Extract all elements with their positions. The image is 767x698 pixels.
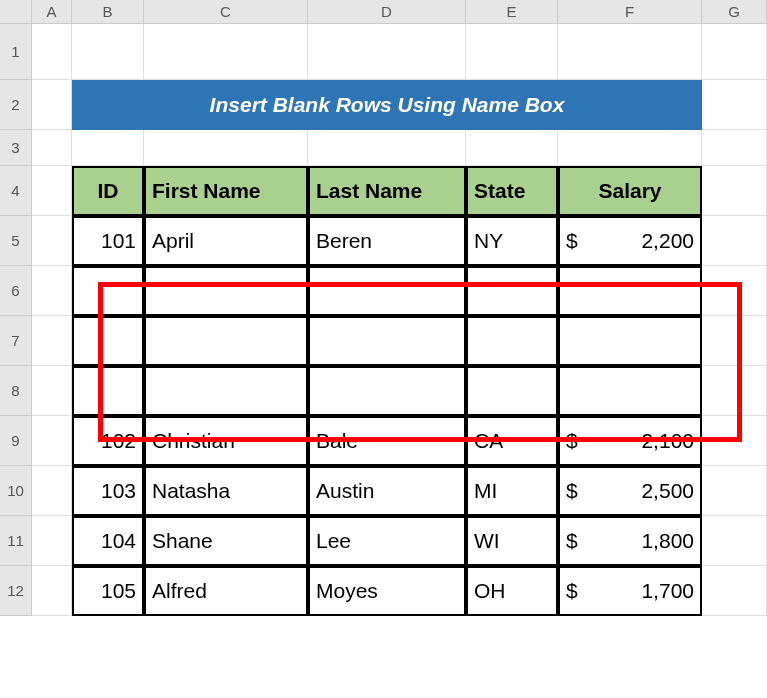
cell-F5[interactable]: $2,200: [558, 216, 702, 266]
cell-G9[interactable]: [702, 416, 767, 466]
cell-G2[interactable]: [702, 80, 767, 130]
cell-E3[interactable]: [466, 130, 558, 166]
cell-C5[interactable]: April: [144, 216, 308, 266]
cell-B11[interactable]: 104: [72, 516, 144, 566]
cell-D9[interactable]: Bale: [308, 416, 466, 466]
cell-B3[interactable]: [72, 130, 144, 166]
cell-A9[interactable]: [32, 416, 72, 466]
col-header-g[interactable]: G: [702, 0, 767, 24]
col-header-c[interactable]: C: [144, 0, 308, 24]
cell-E5[interactable]: NY: [466, 216, 558, 266]
cell-F10[interactable]: $2,500: [558, 466, 702, 516]
cell-C9[interactable]: Christian: [144, 416, 308, 466]
cell-D12[interactable]: Moyes: [308, 566, 466, 616]
col-header-e[interactable]: E: [466, 0, 558, 24]
cell-E12[interactable]: OH: [466, 566, 558, 616]
row-header-6[interactable]: 6: [0, 266, 32, 316]
cell-G8[interactable]: [702, 366, 767, 416]
col-header-b[interactable]: B: [72, 0, 144, 24]
cell-B5[interactable]: 101: [72, 216, 144, 266]
row-header-12[interactable]: 12: [0, 566, 32, 616]
title-cell[interactable]: Insert Blank Rows Using Name Box: [72, 80, 702, 130]
cell-C3[interactable]: [144, 130, 308, 166]
cell-C6[interactable]: [144, 266, 308, 316]
cell-B1[interactable]: [72, 24, 144, 80]
cell-D7[interactable]: [308, 316, 466, 366]
cell-A12[interactable]: [32, 566, 72, 616]
row-header-9[interactable]: 9: [0, 416, 32, 466]
cell-G1[interactable]: [702, 24, 767, 80]
row-header-2[interactable]: 2: [0, 80, 32, 130]
header-salary[interactable]: Salary: [558, 166, 702, 216]
cell-E6[interactable]: [466, 266, 558, 316]
cell-F8[interactable]: [558, 366, 702, 416]
cell-D11[interactable]: Lee: [308, 516, 466, 566]
cell-C10[interactable]: Natasha: [144, 466, 308, 516]
cell-F11[interactable]: $1,800: [558, 516, 702, 566]
cell-E9[interactable]: CA: [466, 416, 558, 466]
cell-D1[interactable]: [308, 24, 466, 80]
cell-F6[interactable]: [558, 266, 702, 316]
cell-G6[interactable]: [702, 266, 767, 316]
col-header-d[interactable]: D: [308, 0, 466, 24]
col-header-f[interactable]: F: [558, 0, 702, 24]
cell-E8[interactable]: [466, 366, 558, 416]
cell-B12[interactable]: 105: [72, 566, 144, 616]
header-lastName[interactable]: Last Name: [308, 166, 466, 216]
cell-G12[interactable]: [702, 566, 767, 616]
cell-A6[interactable]: [32, 266, 72, 316]
cell-G11[interactable]: [702, 516, 767, 566]
cell-F3[interactable]: [558, 130, 702, 166]
cell-C11[interactable]: Shane: [144, 516, 308, 566]
cell-C12[interactable]: Alfred: [144, 566, 308, 616]
cell-A11[interactable]: [32, 516, 72, 566]
cell-B8[interactable]: [72, 366, 144, 416]
cell-E1[interactable]: [466, 24, 558, 80]
row-header-8[interactable]: 8: [0, 366, 32, 416]
cell-D10[interactable]: Austin: [308, 466, 466, 516]
cell-A4[interactable]: [32, 166, 72, 216]
cell-G3[interactable]: [702, 130, 767, 166]
cell-G5[interactable]: [702, 216, 767, 266]
row-header-1[interactable]: 1: [0, 24, 32, 80]
cell-E11[interactable]: WI: [466, 516, 558, 566]
cell-C1[interactable]: [144, 24, 308, 80]
cell-F12[interactable]: $1,700: [558, 566, 702, 616]
row-header-7[interactable]: 7: [0, 316, 32, 366]
row-header-11[interactable]: 11: [0, 516, 32, 566]
cell-F1[interactable]: [558, 24, 702, 80]
cell-F9[interactable]: $2,100: [558, 416, 702, 466]
cell-D8[interactable]: [308, 366, 466, 416]
cell-A2[interactable]: [32, 80, 72, 130]
row-header-4[interactable]: 4: [0, 166, 32, 216]
cell-A1[interactable]: [32, 24, 72, 80]
header-id[interactable]: ID: [72, 166, 144, 216]
cell-C7[interactable]: [144, 316, 308, 366]
cell-A3[interactable]: [32, 130, 72, 166]
cell-A7[interactable]: [32, 316, 72, 366]
cell-A5[interactable]: [32, 216, 72, 266]
cell-A8[interactable]: [32, 366, 72, 416]
cell-E10[interactable]: MI: [466, 466, 558, 516]
header-state[interactable]: State: [466, 166, 558, 216]
cell-A10[interactable]: [32, 466, 72, 516]
cell-B6[interactable]: [72, 266, 144, 316]
row-header-3[interactable]: 3: [0, 130, 32, 166]
row-header-10[interactable]: 10: [0, 466, 32, 516]
cell-G7[interactable]: [702, 316, 767, 366]
cell-D3[interactable]: [308, 130, 466, 166]
cell-C8[interactable]: [144, 366, 308, 416]
select-all-corner[interactable]: [0, 0, 32, 24]
cell-G4[interactable]: [702, 166, 767, 216]
cell-D5[interactable]: Beren: [308, 216, 466, 266]
header-firstName[interactable]: First Name: [144, 166, 308, 216]
cell-B7[interactable]: [72, 316, 144, 366]
col-header-a[interactable]: A: [32, 0, 72, 24]
cell-F7[interactable]: [558, 316, 702, 366]
cell-B9[interactable]: 102: [72, 416, 144, 466]
cell-E7[interactable]: [466, 316, 558, 366]
cell-G10[interactable]: [702, 466, 767, 516]
cell-D6[interactable]: [308, 266, 466, 316]
cell-B10[interactable]: 103: [72, 466, 144, 516]
row-header-5[interactable]: 5: [0, 216, 32, 266]
